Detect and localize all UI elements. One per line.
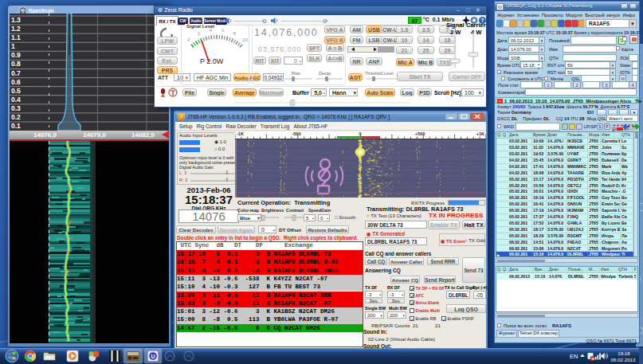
svg-text:0.1: 0.1 (11, 122, 21, 130)
svg-text:1.2: 1.2 (11, 25, 21, 33)
svg-text:U: U (151, 354, 155, 359)
svg-text:-500: -500 (292, 131, 300, 136)
svg-text:1: 1 (11, 42, 15, 50)
svg-text:19:18: 19:18 (618, 350, 630, 356)
svg-text:0.2: 0.2 (11, 113, 21, 121)
svg-text:+1K: +1K (476, 131, 484, 136)
svg-text:1.3: 1.3 (11, 16, 21, 24)
svg-text:0: 0 (359, 131, 361, 136)
svg-text:4: 4 (210, 29, 213, 33)
svg-text:0.3: 0.3 (11, 104, 21, 112)
svg-text:6: 6 (222, 29, 225, 33)
svg-text:0.4: 0.4 (11, 96, 21, 104)
svg-text:0.9: 0.9 (11, 51, 21, 59)
svg-text:-1K: -1K (237, 131, 244, 136)
svg-text:+500: +500 (415, 131, 425, 136)
svg-text:8: 8 (233, 31, 237, 36)
svg-text:2: 2 (198, 31, 201, 36)
svg-text:0.6: 0.6 (11, 78, 21, 86)
svg-text:1.1: 1.1 (11, 33, 21, 41)
svg-text:0.5: 0.5 (11, 87, 21, 95)
svg-text:EN: EN (570, 353, 578, 360)
svg-text:0.8: 0.8 (11, 60, 21, 68)
svg-text:0: 0 (187, 37, 190, 42)
svg-text:10: 10 (242, 37, 248, 42)
svg-text:0.7: 0.7 (11, 69, 21, 77)
svg-text:06.02.2013: 06.02.2013 (611, 357, 637, 362)
